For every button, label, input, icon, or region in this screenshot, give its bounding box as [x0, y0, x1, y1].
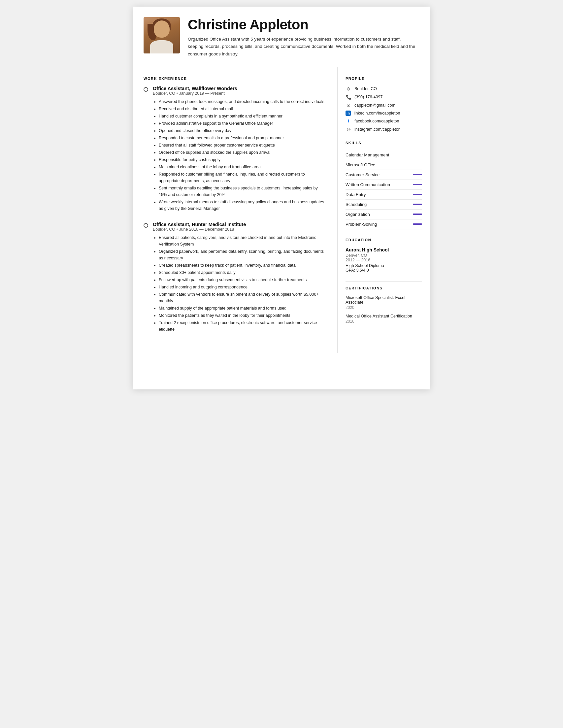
profile-email: ✉ cappleton@gmail.com: [346, 102, 422, 108]
profile-instagram: ◎ instagram.com/cappleton: [346, 126, 422, 132]
bullet: Ordered office supplies and stocked the …: [159, 149, 327, 156]
linkedin-icon: in: [346, 111, 351, 116]
work-experience-label: WORK EXPERIENCE: [144, 77, 327, 81]
bullet: Wrote weekly internal memos to staff dis…: [159, 199, 327, 212]
bullet: Maintained cleanliness of the lobby and …: [159, 164, 327, 170]
phone-text: (390) 176-4097: [354, 95, 382, 99]
header-text: Christine Appleton Organized Office Assi…: [188, 17, 417, 58]
skill-bar-2: [413, 174, 422, 175]
job-block-1: Office Assistant, Wallflower Wonders Bou…: [144, 86, 327, 213]
skill-bar-0: [413, 154, 422, 155]
instagram-text: instagram.com/cappleton: [354, 127, 401, 132]
cert-year-1: 2016: [346, 319, 422, 324]
certifications-section: CERTIFICATIONS Microsoft Office Speciali…: [346, 281, 422, 324]
job-circle-2: [144, 223, 148, 228]
cert-name-1: Medical Office Assistant Certification: [346, 314, 422, 318]
bullet: Provided administrative support to the G…: [159, 120, 327, 127]
bullet: Ensured all patients, caregivers, and vi…: [159, 234, 327, 248]
job-content-1: Office Assistant, Wallflower Wonders Bou…: [153, 86, 327, 213]
bullet: Trained 2 receptionists on office proced…: [159, 319, 327, 333]
location-text: Boulder, CO: [354, 86, 377, 91]
job-block-2: Office Assistant, Hunter Medical Institu…: [144, 222, 327, 333]
bullet: Responded to customer billing and financ…: [159, 171, 327, 184]
profile-facebook: f facebook.com/cappleton: [346, 118, 422, 124]
bullet: Scheduled 30+ patient appointments daily: [159, 269, 327, 276]
job-circle-1: [144, 87, 148, 92]
skill-bar-7: [413, 223, 422, 225]
resume-header: Christine Appleton Organized Office Assi…: [133, 7, 430, 67]
bullet: Handled customer complaints in a sympath…: [159, 113, 327, 119]
skill-bar-1: [413, 164, 422, 165]
skill-name-1: Microsoft Office: [346, 162, 375, 167]
facebook-icon: f: [346, 118, 351, 124]
bullet: Organized paperwork, and performed data …: [159, 248, 327, 261]
skill-name-2: Customer Service: [346, 172, 380, 177]
edu-years: 2012 — 2016: [346, 258, 422, 262]
edu-school: Aurora High School: [346, 247, 422, 252]
job-bullets-2: Ensured all patients, caregivers, and vi…: [153, 234, 327, 333]
certifications-label: CERTIFICATIONS: [346, 286, 422, 290]
skill-bar-6: [413, 214, 422, 215]
bullet: Maintained supply of the appropriate pat…: [159, 305, 327, 312]
facebook-text: facebook.com/cappleton: [354, 119, 399, 123]
email-icon: ✉: [346, 102, 351, 108]
skill-row-1: Microsoft Office: [346, 160, 422, 170]
bullet: Opened and closed the office every day: [159, 127, 327, 134]
skills-section: SKILLS Calendar Management Microsoft Off…: [346, 141, 422, 229]
body-layout: WORK EXPERIENCE Office Assistant, Wallfl…: [133, 67, 430, 353]
candidate-name: Christine Appleton: [188, 17, 417, 32]
side-column: PROFILE ⊙ Boulder, CO 📞 (390) 176-4097 ✉…: [338, 67, 430, 353]
skill-name-7: Problem-Solving: [346, 222, 377, 227]
profile-label: PROFILE: [346, 77, 422, 81]
skills-label: SKILLS: [346, 141, 422, 145]
instagram-icon: ◎: [346, 126, 351, 132]
bullet: Responsible for petty cash supply: [159, 156, 327, 163]
skill-bar-3: [413, 184, 422, 185]
skill-row-0: Calendar Management: [346, 150, 422, 160]
resume-page: Christine Appleton Organized Office Assi…: [133, 7, 430, 389]
phone-icon: 📞: [346, 94, 351, 100]
skill-row-4: Data Entry: [346, 190, 422, 200]
cert-block-0: Microsoft Office Specialist: Excel Assoc…: [346, 295, 422, 310]
cert-block-1: Medical Office Assistant Certification 2…: [346, 314, 422, 324]
skill-name-5: Scheduling: [346, 202, 367, 207]
job-content-2: Office Assistant, Hunter Medical Institu…: [153, 222, 327, 333]
profile-phone: 📞 (390) 176-4097: [346, 94, 422, 100]
job-meta-1: Boulder, CO • January 2019 — Present: [153, 91, 327, 96]
skill-name-4: Data Entry: [346, 192, 366, 197]
education-section: EDUCATION Aurora High School Denver, CO …: [346, 238, 422, 273]
cert-year-0: 2020: [346, 305, 422, 310]
skill-row-2: Customer Service: [346, 170, 422, 180]
bullet: Followed-up with patients during subsequ…: [159, 277, 327, 283]
skill-name-6: Organization: [346, 212, 370, 217]
bullet: Ensured that all staff followed proper c…: [159, 142, 327, 149]
edu-location: Denver, CO: [346, 253, 422, 258]
bullet: Received and distributed all internal ma…: [159, 106, 327, 112]
bullet: Answered the phone, took messages, and d…: [159, 98, 327, 105]
edu-degree: High School Diploma: [346, 263, 422, 268]
job-meta-2: Boulder, CO • June 2016 — December 2018: [153, 227, 327, 232]
bullet: Sent monthly emails detailing the busine…: [159, 185, 327, 198]
email-text: cappleton@gmail.com: [354, 103, 395, 108]
profile-location: ⊙ Boulder, CO: [346, 86, 422, 92]
main-column: WORK EXPERIENCE Office Assistant, Wallfl…: [133, 67, 338, 353]
bullet: Monitored the patients as they waited in…: [159, 312, 327, 319]
profile-section: PROFILE ⊙ Boulder, CO 📞 (390) 176-4097 ✉…: [346, 77, 422, 132]
avatar: [144, 17, 180, 53]
job-title-1: Office Assistant, Wallflower Wonders: [153, 86, 327, 91]
skill-row-5: Scheduling: [346, 200, 422, 210]
skill-name-3: Written Communication: [346, 182, 390, 187]
cert-name-0: Microsoft Office Specialist: Excel Assoc…: [346, 295, 422, 305]
bullet: Communicated with vendors to ensure ship…: [159, 291, 327, 304]
location-icon: ⊙: [346, 86, 351, 92]
profile-linkedin: in linkedin.com/in/cappleton: [346, 111, 422, 116]
bullet: Handled incoming and outgoing correspond…: [159, 284, 327, 290]
bullet: Responded to customer emails in a profes…: [159, 135, 327, 141]
candidate-summary: Organized Office Assistant with 5 years …: [188, 36, 417, 58]
job-bullets-1: Answered the phone, took messages, and d…: [153, 98, 327, 212]
skill-name-0: Calendar Management: [346, 152, 389, 157]
skill-bar-5: [413, 204, 422, 205]
linkedin-text: linkedin.com/in/cappleton: [354, 111, 400, 116]
bullet: Created spreadsheets to keep track of pa…: [159, 262, 327, 269]
skill-bar-4: [413, 194, 422, 195]
